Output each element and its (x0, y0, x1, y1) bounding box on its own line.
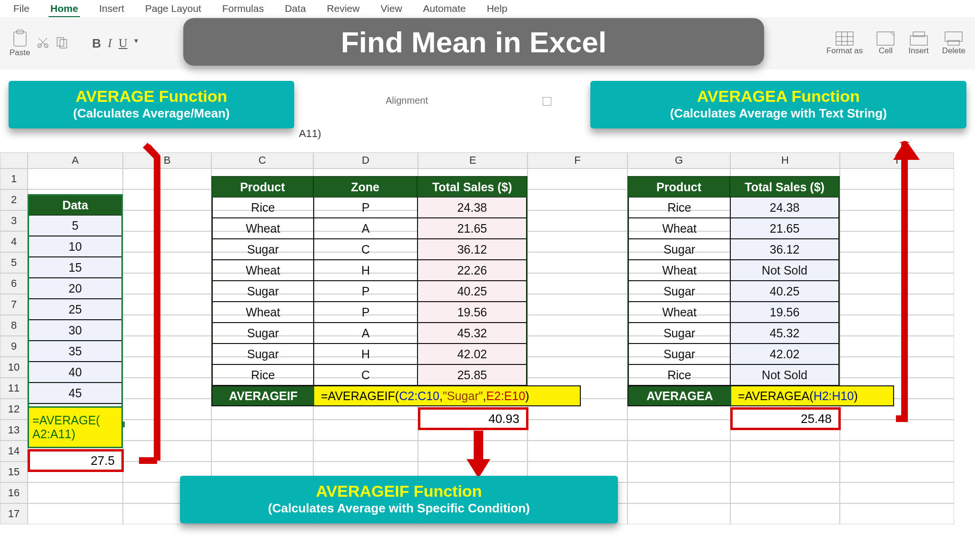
insert-cells-button[interactable]: Insert (908, 31, 929, 56)
data-cell[interactable]: Wheat (628, 302, 730, 323)
data-cell[interactable]: 19.56 (418, 302, 527, 323)
data-cell[interactable]: Wheat (212, 302, 314, 323)
cell[interactable] (123, 315, 211, 336)
cell[interactable] (527, 315, 627, 336)
cut-icon[interactable] (37, 36, 49, 51)
data-cell[interactable]: Not Sold (730, 364, 839, 385)
data-cell[interactable]: Sugar (628, 239, 730, 260)
italic-button[interactable]: I (108, 36, 112, 51)
cell[interactable] (123, 273, 211, 294)
row-header[interactable]: 16 (0, 482, 28, 503)
data-cell[interactable]: Sugar (628, 344, 730, 364)
data-cell[interactable]: 40.25 (730, 281, 839, 302)
row-header[interactable]: 1 (0, 168, 28, 189)
menu-data[interactable]: Data (283, 2, 308, 18)
underline-button[interactable]: U (119, 36, 128, 51)
cell[interactable] (28, 482, 123, 503)
data-cell[interactable]: 5 (29, 215, 122, 236)
data-cell[interactable]: Wheat (628, 218, 730, 239)
col-header-A[interactable]: A (28, 152, 123, 168)
data-cell[interactable]: 10 (29, 236, 122, 257)
row-header[interactable]: 12 (0, 399, 28, 420)
row-header[interactable]: 13 (0, 420, 28, 441)
row-header[interactable]: 6 (0, 273, 28, 294)
row-header[interactable]: 3 (0, 210, 28, 231)
cell-styles-button[interactable]: Cell (876, 31, 895, 56)
data-cell[interactable]: 22.26 (418, 260, 527, 281)
data-cell[interactable]: Rice (628, 197, 730, 218)
data-cell[interactable]: P (314, 302, 418, 323)
col-header-D[interactable]: D (313, 152, 418, 168)
data-cell[interactable]: Sugar (212, 281, 314, 302)
select-all-corner[interactable] (0, 152, 28, 168)
data-cell[interactable]: Sugar (212, 323, 314, 344)
row-header[interactable]: 2 (0, 189, 28, 210)
data-cell[interactable]: 40.25 (418, 281, 527, 302)
cell[interactable] (123, 231, 211, 252)
data-cell[interactable]: 36.12 (418, 239, 527, 260)
dialog-launcher-icon[interactable] (543, 97, 551, 106)
menu-page-layout[interactable]: Page Layout (143, 2, 203, 18)
cell[interactable] (123, 189, 211, 210)
cell[interactable] (123, 210, 211, 231)
cell[interactable] (527, 294, 627, 315)
cell[interactable] (627, 462, 730, 482)
data-cell[interactable]: 24.38 (730, 197, 839, 218)
format-as-table-button[interactable]: Format as (826, 31, 863, 56)
row-header[interactable]: 11 (0, 378, 28, 399)
cell[interactable] (313, 441, 418, 462)
data-cell[interactable]: 42.02 (730, 344, 839, 364)
cell[interactable] (123, 294, 211, 315)
data-cell[interactable]: 24.38 (418, 197, 527, 218)
menu-view[interactable]: View (378, 2, 404, 18)
row-header[interactable]: 14 (0, 441, 28, 462)
menu-formulas[interactable]: Formulas (220, 2, 266, 18)
cell[interactable] (123, 420, 211, 441)
row-header[interactable]: 7 (0, 294, 28, 315)
data-cell[interactable]: A (314, 323, 418, 344)
cell[interactable] (527, 252, 627, 273)
data-cell[interactable]: 40 (29, 362, 122, 383)
cell[interactable] (527, 189, 627, 210)
cell[interactable] (730, 503, 840, 524)
cell[interactable] (840, 482, 954, 503)
col-header-F[interactable]: F (527, 152, 627, 168)
cell[interactable] (28, 168, 123, 189)
data-cell[interactable]: A (314, 218, 418, 239)
menu-help[interactable]: Help (485, 2, 509, 18)
cell[interactable] (840, 441, 954, 462)
data-cell[interactable]: Wheat (212, 218, 314, 239)
col-header-E[interactable]: E (418, 152, 527, 168)
cell[interactable] (527, 357, 627, 378)
cell[interactable] (730, 482, 840, 503)
data-cell[interactable]: 25 (29, 299, 122, 320)
cell[interactable] (28, 503, 123, 524)
cell[interactable] (123, 399, 211, 420)
cell[interactable] (627, 441, 730, 462)
data-cell[interactable]: C (314, 364, 418, 385)
cell[interactable] (123, 168, 211, 189)
cell[interactable] (527, 231, 627, 252)
data-cell[interactable]: 30 (29, 320, 122, 341)
cell[interactable] (627, 482, 730, 503)
menu-file[interactable]: File (11, 2, 31, 18)
data-cell[interactable]: H (314, 344, 418, 364)
cell[interactable] (627, 503, 730, 524)
cell[interactable] (211, 441, 313, 462)
row-header[interactable]: 15 (0, 462, 28, 482)
cell[interactable] (527, 273, 627, 294)
data-cell[interactable]: Rice (212, 364, 314, 385)
cell[interactable] (527, 420, 627, 441)
data-cell[interactable]: Wheat (212, 260, 314, 281)
cell[interactable] (123, 336, 211, 357)
data-cell[interactable]: Sugar (212, 239, 314, 260)
data-cell[interactable]: 42.02 (418, 344, 527, 364)
copy-icon[interactable] (56, 36, 68, 51)
data-cell[interactable]: 25.85 (418, 364, 527, 385)
data-cell[interactable]: Wheat (628, 260, 730, 281)
menu-review[interactable]: Review (325, 2, 362, 18)
cell[interactable] (730, 441, 840, 462)
col-header-H[interactable]: H (730, 152, 840, 168)
data-cell[interactable]: 15 (29, 257, 122, 278)
paste-button[interactable]: Paste (10, 29, 30, 58)
